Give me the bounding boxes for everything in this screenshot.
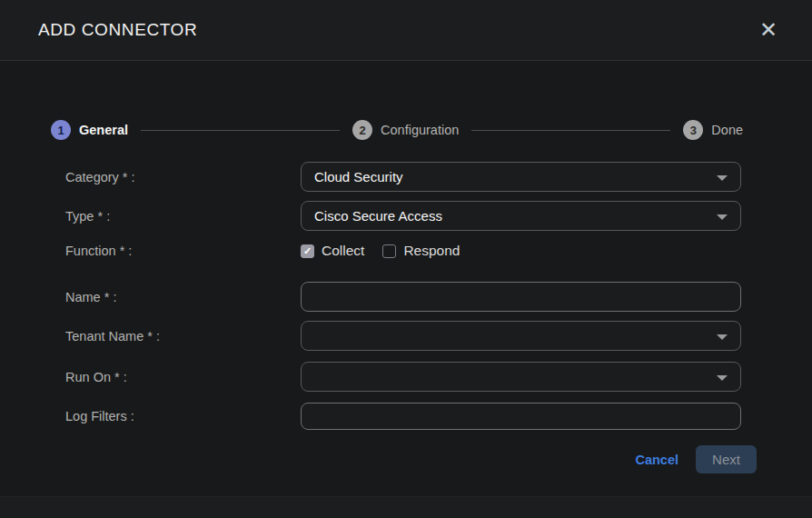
category-label: Category * : [65,170,301,184]
step-configuration-label: Configuration [381,123,459,137]
log-filters-row: Log Filters : [65,403,812,430]
tenant-name-row: Tenant Name * : [65,321,812,351]
step-configuration-number: 2 [352,120,372,140]
dialog-body: 1 General 2 Configuration 3 Done Categor… [0,61,812,496]
stepper-connector-line [141,130,340,131]
respond-checkbox[interactable]: ✓ [382,244,396,258]
dialog-footer-strip [0,496,812,518]
name-row: Name * : [65,282,812,312]
step-general-number: 1 [51,120,71,140]
type-select[interactable]: Cisco Secure Access [301,201,741,231]
run-on-select[interactable] [301,362,741,392]
stepper-connector-line [471,130,670,131]
function-label: Function * : [65,244,301,258]
wizard-stepper: 1 General 2 Configuration 3 Done [0,119,812,141]
type-label: Type * : [65,209,301,224]
cancel-button[interactable]: Cancel [635,453,678,467]
close-icon[interactable]: ✕ [756,17,781,43]
log-filters-input-wrap [301,403,741,430]
step-general[interactable]: 1 General [51,120,128,140]
dialog-actions: Cancel Next [0,445,812,473]
type-value: Cisco Secure Access [314,208,442,224]
collect-checkbox-label: Collect [322,243,364,259]
chevron-down-icon [717,334,728,340]
add-connector-dialog: ADD CONNECTOR ✕ 1 General 2 Configuratio… [0,0,812,518]
function-row: Function * : ✓ Collect ✓ Respond [65,240,812,262]
collect-checkbox-item[interactable]: ✓ Collect [301,243,364,259]
log-filters-input[interactable] [314,409,728,424]
collect-checkbox[interactable]: ✓ [301,244,314,258]
tenant-name-select[interactable] [301,321,741,351]
name-input-wrap [301,282,741,312]
next-button[interactable]: Next [696,445,757,473]
chevron-down-icon [717,214,728,220]
tenant-name-label: Tenant Name * : [65,329,301,344]
respond-checkbox-item[interactable]: ✓ Respond [382,243,460,259]
category-row: Category * : Cloud Security [65,162,812,192]
type-row: Type * : Cisco Secure Access [65,201,812,231]
log-filters-label: Log Filters : [65,409,301,423]
connector-form: Category * : Cloud Security Type * : Cis… [0,162,812,430]
dialog-header: ADD CONNECTOR ✕ [0,0,812,61]
step-done[interactable]: 3 Done [683,120,743,140]
run-on-row: Run On * : [65,362,812,392]
chevron-down-icon [717,375,728,381]
run-on-label: Run On * : [65,370,301,384]
dialog-title: ADD CONNECTOR [38,20,197,40]
name-label: Name * : [65,290,301,304]
category-value: Cloud Security [314,169,403,184]
name-input[interactable] [314,289,728,304]
step-configuration[interactable]: 2 Configuration [352,120,459,140]
chevron-down-icon [717,175,728,181]
category-select[interactable]: Cloud Security [301,162,741,192]
respond-checkbox-label: Respond [403,243,460,259]
step-done-number: 3 [683,120,703,140]
step-general-label: General [79,123,128,137]
function-checkbox-group: ✓ Collect ✓ Respond [301,240,741,262]
step-done-label: Done [711,123,743,137]
